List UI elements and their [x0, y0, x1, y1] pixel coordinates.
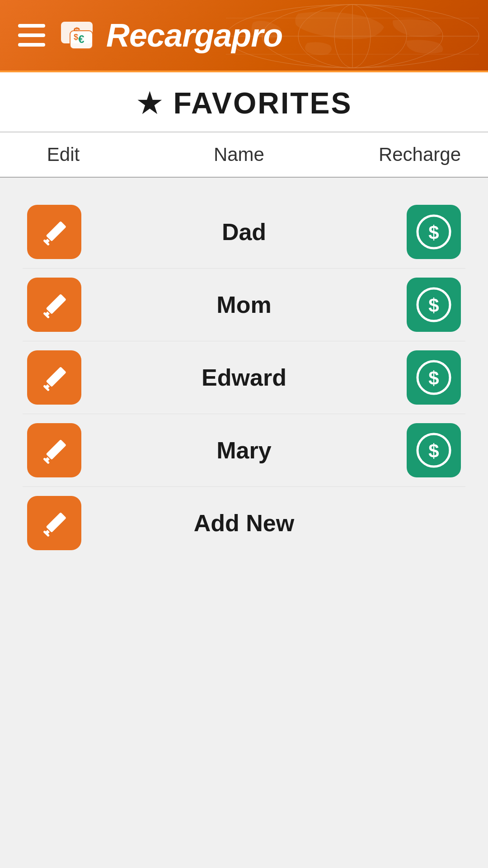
- column-recharge-header: Recharge: [379, 144, 461, 165]
- favorite-name-edward: Edward: [81, 364, 407, 391]
- svg-rect-23: [46, 367, 66, 387]
- logo-icon: $ € $: [59, 15, 99, 56]
- dollar-sign-icon: $: [416, 214, 452, 250]
- edit-pencil-icon: [38, 434, 70, 466]
- svg-rect-18: [46, 294, 66, 314]
- svg-rect-13: [46, 221, 66, 241]
- column-edit-header: Edit: [27, 144, 99, 165]
- app-header: $ € $ Recargapro: [0, 0, 488, 72]
- svg-text:$: $: [428, 222, 439, 243]
- list-item: Mary $: [23, 414, 465, 487]
- favorites-star-icon: ★: [136, 87, 164, 119]
- edit-pencil-icon: [38, 362, 70, 393]
- favorite-name-dad: Dad: [81, 218, 407, 245]
- edit-button-edward[interactable]: [27, 350, 81, 405]
- edit-pencil-icon: [38, 289, 70, 321]
- svg-rect-28: [46, 439, 66, 460]
- recharge-button-mom[interactable]: $: [407, 278, 461, 332]
- add-new-label[interactable]: Add New: [81, 509, 407, 537]
- edit-button-dad[interactable]: [27, 205, 81, 259]
- list-item: Edward $: [23, 341, 465, 414]
- app-name: Recargapro: [106, 17, 282, 54]
- svg-text:$: $: [74, 33, 78, 42]
- favorites-list: Dad $ Mom $: [0, 178, 488, 868]
- dollar-sign-icon: $: [416, 287, 452, 323]
- recharge-button-mary[interactable]: $: [407, 423, 461, 477]
- edit-pencil-icon: [38, 216, 70, 248]
- svg-text:$: $: [428, 440, 439, 462]
- recharge-button-dad[interactable]: $: [407, 205, 461, 259]
- favorite-name-mom: Mom: [81, 291, 407, 318]
- edit-pencil-icon: [38, 507, 70, 539]
- column-headers: Edit Name Recharge: [0, 132, 488, 178]
- svg-rect-33: [46, 512, 66, 533]
- svg-text:€: €: [78, 33, 84, 45]
- column-name-header: Name: [99, 144, 379, 165]
- svg-text:$: $: [428, 295, 439, 316]
- recharge-button-edward[interactable]: $: [407, 350, 461, 405]
- edit-button-add-new[interactable]: [27, 496, 81, 550]
- svg-text:$: $: [428, 368, 439, 389]
- page-title: FAVORITES: [173, 86, 352, 120]
- page-title-bar: ★ FAVORITES: [0, 72, 488, 132]
- favorite-name-mary: Mary: [81, 437, 407, 464]
- edit-button-mary[interactable]: [27, 423, 81, 477]
- app-logo: $ € $ Recargapro: [59, 15, 282, 56]
- list-item: Mom $: [23, 269, 465, 341]
- dollar-sign-icon: $: [416, 432, 452, 468]
- edit-button-mom[interactable]: [27, 278, 81, 332]
- dollar-sign-icon: $: [416, 359, 452, 396]
- list-item: Dad $: [23, 196, 465, 269]
- menu-button[interactable]: [18, 24, 45, 47]
- list-item-add-new: Add New: [23, 487, 465, 559]
